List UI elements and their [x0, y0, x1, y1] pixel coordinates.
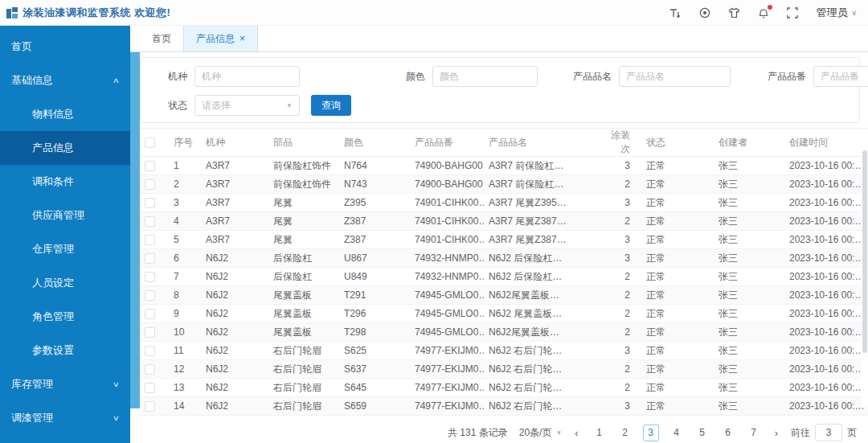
row-checkbox[interactable] [145, 161, 155, 171]
cell-model: N6J2 [201, 249, 268, 268]
help-circle-icon[interactable] [699, 7, 710, 18]
page-size-select[interactable]: 20条/页 ▼ [519, 426, 563, 440]
cell-part_no: 74932-HNMP0… [410, 249, 484, 268]
notification-bell-icon[interactable] [758, 7, 769, 18]
sidebar-item-home[interactable]: 首页 [0, 30, 130, 64]
cell-part_no: 74977-EKIJM0… [410, 397, 484, 416]
tab-home[interactable]: 首页 [140, 26, 183, 51]
top-bar: 涂装油漆调和监管系统 欢迎您! 管理员 ∨ [0, 0, 868, 26]
cell-color: S637 [339, 360, 410, 379]
cell-part_no: 74900-BAHG00… [410, 157, 484, 175]
cell-name: N6J2 后保险杠… [484, 268, 603, 286]
sidebar-item-role-mgmt[interactable]: 角色管理 [0, 300, 130, 334]
scrollbar-thumb[interactable] [862, 150, 867, 353]
chevron-down-icon: ▼ [286, 102, 293, 109]
chevron-down-icon: ∨ [113, 367, 120, 401]
table-row: 2A3R7前保险杠饰件N74374900-BAHG00…A3R7 前保险杠…2正… [140, 175, 868, 194]
theme-shirt-icon[interactable] [728, 7, 740, 18]
cell-model: A3R7 [201, 194, 268, 212]
cell-coats: 2 [603, 323, 641, 342]
cell-color: T298 [339, 323, 410, 342]
cell-model: N6J2 [201, 360, 268, 379]
cell-part_no: 74932-HNMP0… [410, 268, 484, 286]
row-checkbox[interactable] [145, 401, 155, 412]
cell-created: 2023-10-16 00:… [784, 379, 868, 397]
close-icon[interactable]: × [240, 33, 245, 44]
sidebar-item-warehouse-mgmt[interactable]: 仓库管理 [0, 232, 130, 266]
select-all-checkbox[interactable] [145, 137, 155, 148]
cell-name: N6J2 后保险杠… [484, 249, 603, 268]
sidebar-item-supplier-mgmt[interactable]: 供应商管理 [0, 199, 130, 232]
col-part: 部品 [268, 129, 339, 157]
app-title: 涂装油漆调和监管系统 欢迎您! [23, 6, 170, 20]
cell-color: U867 [339, 249, 410, 268]
row-checkbox[interactable] [145, 309, 155, 319]
cell-seq: 8 [169, 286, 201, 305]
sidebar-item-label: 首页 [11, 30, 32, 64]
cell-created: 2023-10-16 00:… [784, 268, 868, 286]
cell-status: 正常 [641, 342, 714, 360]
page-button-3[interactable]: 3 [643, 425, 659, 441]
status-select[interactable]: 请选择 ▼ [194, 95, 300, 116]
table-scrollbar[interactable] [862, 150, 868, 406]
model-input[interactable] [194, 66, 300, 87]
color-input[interactable] [432, 66, 538, 87]
page-button-6[interactable]: 6 [720, 427, 736, 438]
fullscreen-icon[interactable] [787, 7, 798, 18]
table-row: 12N6J2右后门轮眉S63774977-EKIJM0…N6J2 右后门轮…2正… [140, 360, 868, 379]
cell-created: 2023-10-16 00:… [784, 157, 868, 175]
sidebar-item-personnel-setting[interactable]: 人员设定 [0, 266, 130, 300]
sidebar-item-blend-condition[interactable]: 调和条件 [0, 165, 130, 199]
page-button-7[interactable]: 7 [746, 427, 762, 438]
user-menu[interactable]: 管理员 ∨ [816, 6, 857, 20]
tab-product-info[interactable]: 产品信息 × [183, 26, 258, 51]
cell-name: A3R7 尾翼Z395… [484, 194, 603, 212]
cell-coats: 2 [603, 286, 641, 305]
row-checkbox[interactable] [145, 346, 155, 356]
page-button-5[interactable]: 5 [694, 427, 710, 438]
sidebar-item-inventory-mgmt[interactable]: 库存管理∨ [0, 367, 130, 401]
page-button-2[interactable]: 2 [617, 427, 633, 438]
cell-color: U849 [339, 268, 410, 286]
page-button-4[interactable]: 4 [669, 427, 685, 438]
row-checkbox[interactable] [145, 216, 155, 227]
row-checkbox[interactable] [145, 179, 155, 190]
row-checkbox[interactable] [145, 364, 155, 375]
cell-part_no: 74977-EKIJM0… [410, 379, 484, 397]
row-checkbox[interactable] [145, 235, 155, 245]
query-button[interactable]: 查询 [311, 95, 351, 116]
cell-model: N6J2 [201, 397, 268, 416]
cell-status: 正常 [641, 323, 714, 342]
row-checkbox[interactable] [145, 198, 155, 208]
product-no-input[interactable] [813, 66, 868, 87]
row-checkbox[interactable] [145, 383, 155, 393]
sidebar-item-paint-mgmt[interactable]: 调漆管理∨ [0, 401, 130, 435]
row-checkbox[interactable] [145, 272, 155, 282]
cell-creator: 张三 [714, 323, 784, 342]
sidebar-item-product-info[interactable]: 产品信息 [0, 131, 130, 165]
prev-page-button[interactable]: ‹ [573, 427, 579, 439]
sidebar-item-param-setting[interactable]: 参数设置 [0, 334, 130, 367]
filter-label-model: 机种 [141, 70, 187, 84]
sidebar-item-label: 产品信息 [32, 131, 74, 165]
row-checkbox[interactable] [145, 290, 155, 301]
cell-creator: 张三 [714, 286, 784, 305]
sidebar-item-basic-info[interactable]: 基础信息∧ [0, 64, 130, 97]
goto-page-input[interactable] [815, 424, 842, 441]
cell-part: 前保险杠饰件 [268, 157, 339, 175]
cell-seq: 14 [169, 397, 201, 416]
col-color: 颜色 [339, 129, 410, 157]
cell-creator: 张三 [714, 231, 784, 249]
sidebar-item-label: 调漆管理 [11, 401, 53, 435]
cell-creator: 张三 [714, 175, 784, 194]
product-name-input[interactable] [619, 66, 731, 87]
sidebar-item-material-info[interactable]: 物料信息 [0, 97, 130, 131]
row-checkbox[interactable] [145, 327, 155, 338]
font-size-icon[interactable] [669, 7, 682, 18]
row-checkbox[interactable] [145, 253, 155, 264]
cell-created: 2023-10-16 00:… [784, 194, 868, 212]
col-creator: 创建者 [714, 129, 784, 157]
next-page-button[interactable]: › [773, 427, 780, 439]
page-button-1[interactable]: 1 [592, 427, 608, 438]
cell-part_no: 74945-GMLO0… [410, 323, 484, 342]
